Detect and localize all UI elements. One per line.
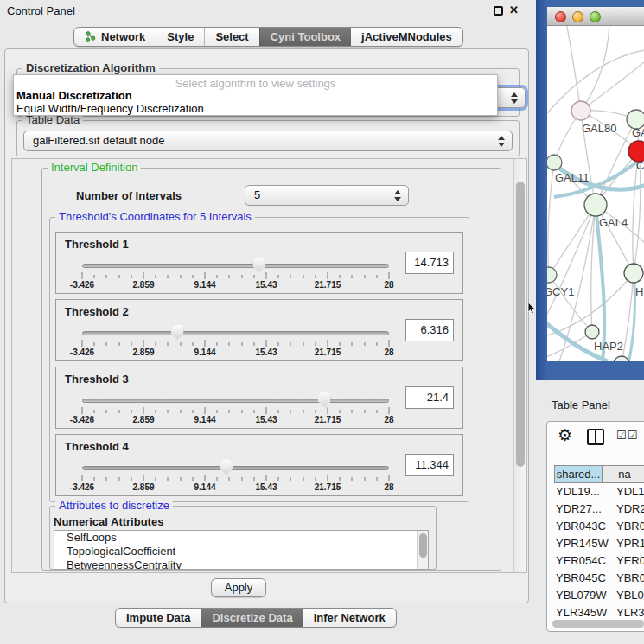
network-node[interactable] <box>585 325 599 339</box>
attribute-list-item[interactable]: SelfLoops <box>54 531 428 545</box>
tab-discretize-data[interactable]: Discretize Data <box>201 609 303 627</box>
algorithm-hint: Select algorithm to view settings <box>14 77 497 90</box>
attribute-list-item[interactable]: TopologicalCoefficient <box>54 545 428 558</box>
column-header-name[interactable]: na <box>603 465 644 483</box>
slider-thumb[interactable] <box>220 460 233 475</box>
numerical-attributes-list[interactable]: SelfLoopsTopologicalCoefficientBetweenne… <box>54 530 429 570</box>
discretization-algorithm-title: Discretization Algorithm <box>22 62 159 74</box>
scrollbar-thumb[interactable] <box>516 182 525 467</box>
tab-select[interactable]: Select <box>204 28 258 46</box>
cell-name[interactable]: YPR1 <box>616 535 644 552</box>
list-scrollbar[interactable] <box>417 531 428 569</box>
cell-name[interactable]: YBL0 <box>616 587 644 604</box>
slider-tick <box>376 342 377 346</box>
cell-shared-name[interactable]: YBR045C <box>556 570 606 587</box>
threshold-value-field[interactable]: 11.344 <box>405 454 454 476</box>
list-scrollbar-thumb[interactable] <box>419 533 427 558</box>
close-icon[interactable]: ✕ <box>509 3 519 16</box>
cell-shared-name[interactable]: YLR345W <box>556 604 607 619</box>
select-columns-icon[interactable]: ☑☑ <box>616 429 638 442</box>
tab-impute-data[interactable]: Impute Data <box>116 609 201 627</box>
number-of-intervals-label: Number of Intervals <box>76 189 182 202</box>
slider-track[interactable] <box>82 399 389 403</box>
table-data-combobox[interactable]: galFiltered.sif default node <box>23 131 513 151</box>
slider-thumb[interactable] <box>171 325 184 340</box>
network-node[interactable] <box>571 101 590 120</box>
threshold-value-field[interactable]: 6.316 <box>405 319 454 341</box>
network-node-label: C <box>636 159 644 172</box>
slider-tick <box>315 477 316 481</box>
network-window[interactable]: GAL80GACGAL11GAL4GCY1HHAP2 <box>536 0 644 380</box>
slider-track[interactable] <box>82 264 389 268</box>
cell-name[interactable]: YBR0 <box>616 518 644 535</box>
threshold-slider[interactable] <box>82 399 389 403</box>
horizontal-scrollbar[interactable] <box>552 620 644 628</box>
network-graph[interactable]: GAL80GACGAL11GAL4GCY1HHAP2 <box>547 26 644 361</box>
threshold-value-field[interactable]: 14.713 <box>405 252 454 274</box>
slider-tick-label: 15.43 <box>255 280 277 290</box>
apply-button[interactable]: Apply <box>211 578 266 597</box>
threshold-slider[interactable] <box>82 331 389 335</box>
table-row[interactable]: YLR345WYLR3 <box>554 604 644 619</box>
table-row[interactable]: YPR145WYPR1 <box>554 535 644 552</box>
slider-tick <box>82 272 83 279</box>
tab-jactivemnodules[interactable]: jActiveMNodules <box>351 28 462 46</box>
network-node[interactable] <box>624 264 643 283</box>
cell-shared-name[interactable]: YDL19... <box>556 483 600 501</box>
network-window-titlebar[interactable] <box>547 7 644 26</box>
tab-network[interactable]: Network <box>74 28 156 46</box>
slider-tick <box>156 410 156 413</box>
cell-name[interactable]: YLR3 <box>616 604 644 619</box>
slider-thumb[interactable] <box>252 258 265 272</box>
tab-infer-network[interactable]: Infer Network <box>303 609 396 627</box>
slider-tick <box>266 340 267 347</box>
threshold-slider[interactable] <box>82 466 389 470</box>
split-columns-icon[interactable] <box>587 429 604 445</box>
table-row[interactable]: YBR045CYBR0 <box>554 570 644 587</box>
close-traffic-light-icon[interactable] <box>555 11 566 22</box>
float-window-icon[interactable] <box>494 6 503 16</box>
threshold-slider[interactable] <box>82 264 389 268</box>
slider-track[interactable] <box>82 466 389 470</box>
network-node[interactable] <box>547 155 562 170</box>
cell-name[interactable]: YDR2 <box>616 501 644 518</box>
table-row[interactable]: YDR27...YDR2 <box>554 501 644 518</box>
column-header-shared-name[interactable]: shared... <box>554 465 603 483</box>
network-node[interactable] <box>547 267 557 283</box>
tab-cyni-toolbox[interactable]: Cyni Toolbox <box>259 28 351 46</box>
threshold-value-field[interactable]: 21.4 <box>405 386 454 409</box>
thresholds-group: Threshold's Coordinates for 5 Intervals … <box>49 217 469 502</box>
slider-tick <box>217 275 218 278</box>
table-row[interactable]: YDL19...YDL1 <box>554 483 644 501</box>
gear-icon[interactable]: ⚙ <box>558 426 572 445</box>
number-of-intervals-combobox[interactable]: 5 <box>245 185 409 206</box>
network-view[interactable]: GAL80GACGAL11GAL4GCY1HHAP2 <box>547 26 644 361</box>
cell-name[interactable]: YER0 <box>616 552 644 570</box>
minimize-traffic-light-icon[interactable] <box>572 11 583 22</box>
option-manual-discretization[interactable]: Manual Discretization <box>16 89 132 102</box>
slider-track[interactable] <box>82 331 389 335</box>
cell-shared-name[interactable]: YBL079W <box>556 587 607 604</box>
cell-shared-name[interactable]: YER054C <box>556 552 606 570</box>
cell-name[interactable]: YBR0 <box>616 570 644 587</box>
network-node[interactable] <box>614 356 629 361</box>
network-node[interactable] <box>584 194 607 216</box>
hscrollbar-thumb[interactable] <box>552 620 644 628</box>
slider-tick <box>192 410 193 413</box>
vertical-scrollbar[interactable] <box>513 159 526 572</box>
table-row[interactable]: YBL079WYBL0 <box>554 587 644 604</box>
slider-tick <box>253 410 254 413</box>
cell-shared-name[interactable]: YPR145W <box>556 535 609 552</box>
cell-name[interactable]: YDL1 <box>616 483 644 501</box>
zoom-traffic-light-icon[interactable] <box>590 11 601 22</box>
cell-shared-name[interactable]: YDR27... <box>556 501 602 518</box>
attribute-items: SelfLoopsTopologicalCoefficientBetweenne… <box>54 531 428 570</box>
table-row[interactable]: YBR043CYBR0 <box>554 518 644 535</box>
table-row[interactable]: YER054CYER0 <box>554 552 644 570</box>
cell-shared-name[interactable]: YBR043C <box>556 518 606 535</box>
slider-thumb[interactable] <box>318 392 331 407</box>
tab-style[interactable]: Style <box>156 28 204 46</box>
option-equal-width-frequency[interactable]: Equal Width/Frequency Discretization <box>16 102 204 115</box>
table-body[interactable]: YDL19...YDL1YDR27...YDR2YBR043CYBR0YPR14… <box>554 483 644 619</box>
attribute-list-item[interactable]: BetweennessCentrality <box>54 558 428 570</box>
